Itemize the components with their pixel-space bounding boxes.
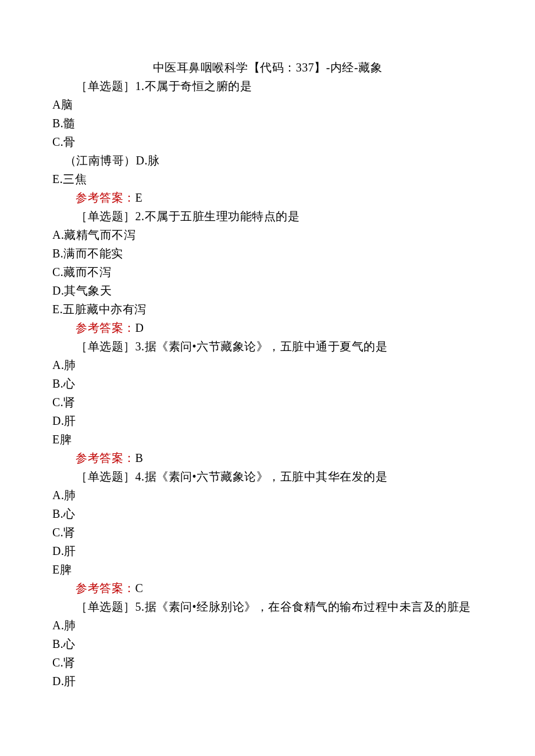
answer-value: C <box>135 582 144 594</box>
answer-label: 参考答案： <box>76 452 135 464</box>
option-c: C.藏而不泻 <box>52 263 483 281</box>
option-e: E.三焦 <box>52 170 483 188</box>
question-4: ［单选题］4.据《素问•六节藏象论》，五脏中其华在发的是 A.肺 B.心 C.肾… <box>52 467 483 597</box>
question-stem: ［单选题］1.不属于奇恒之腑的是 <box>52 77 483 95</box>
question-2: ［单选题］2.不属于五脏生理功能特点的是 A.藏精气而不泻 B.满而不能实 C.… <box>52 207 483 337</box>
option-c: C.肾 <box>52 523 483 542</box>
option-a: A脑 <box>52 95 483 114</box>
option-b: B.心 <box>52 374 483 393</box>
option-e: E脾 <box>52 560 483 579</box>
option-e: E.五脏藏中亦有泻 <box>52 300 483 318</box>
option-d: D.其气象天 <box>52 281 483 300</box>
option-c: C.骨 <box>52 132 483 151</box>
option-b: B.髓 <box>52 114 483 132</box>
question-3: ［单选题］3.据《素问•六节藏象论》，五脏中通于夏气的是 A.肺 B.心 C.肾… <box>52 337 483 467</box>
answer-label: 参考答案： <box>76 582 135 594</box>
option-d: D.肝 <box>52 411 483 430</box>
option-c: C.肾 <box>52 653 483 672</box>
answer-label: 参考答案： <box>76 191 135 204</box>
option-e: E脾 <box>52 430 483 449</box>
answer-label: 参考答案： <box>76 321 135 334</box>
option-a: A.肺 <box>52 616 483 635</box>
option-d: D.肝 <box>52 672 483 690</box>
answer-value: E <box>135 191 143 204</box>
question-stem: ［单选题］2.不属于五脏生理功能特点的是 <box>52 207 483 225</box>
answer-row: 参考答案：E <box>52 188 483 207</box>
answer-value: D <box>135 321 144 334</box>
answer-row: 参考答案：B <box>52 449 483 467</box>
question-stem: ［单选题］3.据《素问•六节藏象论》，五脏中通于夏气的是 <box>52 337 483 356</box>
page-title: 中医耳鼻咽喉科学【代码：337】-内经-藏象 <box>52 58 483 77</box>
option-b: B.心 <box>52 635 483 653</box>
answer-value: B <box>135 452 144 464</box>
question-stem: ［单选题］5.据《素问•经脉别论》，在谷食精气的输布过程中未言及的脏是 <box>52 597 483 616</box>
option-a: A.藏精气而不泻 <box>52 225 483 244</box>
question-1: ［单选题］1.不属于奇恒之腑的是 A脑 B.髓 C.骨 （江南博哥）D.脉 E.… <box>52 77 483 207</box>
answer-row: 参考答案：D <box>52 318 483 337</box>
option-a: A.肺 <box>52 486 483 504</box>
option-a: A.肺 <box>52 356 483 374</box>
answer-row: 参考答案：C <box>52 579 483 597</box>
question-5: ［单选题］5.据《素问•经脉别论》，在谷食精气的输布过程中未言及的脏是 A.肺 … <box>52 597 483 690</box>
option-b: B.心 <box>52 504 483 523</box>
option-d: D.肝 <box>52 542 483 560</box>
option-c: C.肾 <box>52 393 483 411</box>
option-b: B.满而不能实 <box>52 244 483 263</box>
question-stem: ［单选题］4.据《素问•六节藏象论》，五脏中其华在发的是 <box>52 467 483 486</box>
option-d: （江南博哥）D.脉 <box>52 151 483 170</box>
